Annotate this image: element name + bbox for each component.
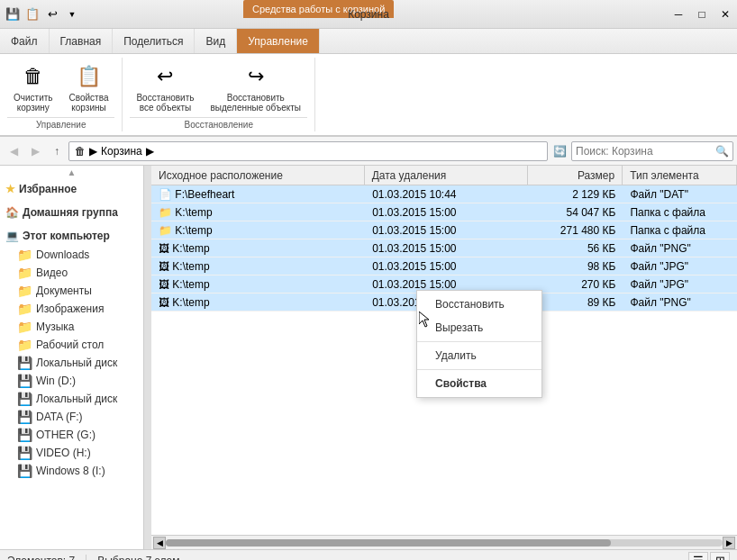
sidebar-section-favorites[interactable]: ★ Избранное	[0, 179, 143, 199]
path-icon: 🗑	[75, 145, 86, 158]
cell-type-6: Файл "PNG"	[623, 295, 737, 310]
ribbon-btn-clear-trash[interactable]: 🗑 Очиститькорзину	[7, 58, 59, 117]
sidebar-item-desktop[interactable]: 📁 Рабочий стол	[0, 336, 143, 354]
sidebar-item-images-label: Изображения	[36, 303, 104, 315]
scrollbar-thumb	[166, 539, 611, 546]
scrollbar-track	[166, 539, 723, 546]
scrollbar-horizontal[interactable]: ◀ ▶	[151, 535, 737, 549]
table-row[interactable]: 📁 K:\temp 01.03.2015 15:00 54 047 КБ Пап…	[151, 203, 737, 221]
context-menu-cut[interactable]: Вырезать	[417, 316, 541, 339]
resize-handle[interactable]	[144, 166, 151, 549]
local-e-icon: 💾	[16, 392, 32, 406]
sidebar-item-images[interactable]: 📁 Изображения	[0, 300, 143, 318]
view-icons-btn[interactable]: ⊞	[710, 552, 730, 561]
ribbon-btn-properties[interactable]: 📋 Свойствакорзины	[63, 58, 115, 117]
minimize-button[interactable]: ─	[667, 2, 690, 27]
col-header-size[interactable]: Размер	[528, 166, 623, 185]
sidebar-item-win8-i[interactable]: 💾 Windows 8 (I:)	[0, 462, 143, 480]
file-icon-4: 🖼	[159, 260, 169, 273]
context-menu-properties[interactable]: Свойства	[417, 372, 541, 395]
sidebar-item-music[interactable]: 📁 Музыка	[0, 318, 143, 336]
sidebar-item-data-f[interactable]: 💾 DATA (F:)	[0, 408, 143, 426]
restore-selected-label: Восстановитьвыделенные объекты	[211, 93, 302, 113]
tab-management[interactable]: Управление	[237, 29, 320, 53]
cell-location-4: 🖼 K:\temp	[151, 259, 365, 274]
sidebar-item-win-d[interactable]: 💾 Win (D:)	[0, 372, 143, 390]
ribbon-content: 🗑 Очиститькорзину 📋 Свойствакорзины Упра…	[0, 54, 737, 136]
sidebar-item-downloads[interactable]: 📁 Downloads	[0, 246, 143, 264]
qat-undo[interactable]: ↩	[43, 5, 61, 23]
cell-size-2: 271 480 КБ	[529, 223, 623, 238]
sidebar-item-win8-i-label: Windows 8 (I:)	[36, 465, 105, 477]
sidebar: ▲ ★ Избранное 🏠 Домашняя группа 💻 Этот к…	[0, 166, 144, 549]
col-header-type[interactable]: Тип элемента	[623, 166, 737, 185]
path-separator: ▶	[89, 145, 97, 158]
favorites-icon: ★	[5, 183, 15, 195]
search-icon: 🔍	[715, 145, 729, 158]
path-end-arrow: ▶	[146, 145, 154, 158]
cell-type-2: Папка с файла	[623, 223, 737, 238]
view-details-btn[interactable]: ☰	[688, 552, 708, 561]
table-row[interactable]: 📄 F:\Beefheart 01.03.2015 10:44 2 129 КБ…	[151, 185, 737, 203]
ribbon-btn-restore-selected[interactable]: ↪ Восстановитьвыделенные объекты	[205, 58, 308, 117]
sidebar-item-local-e[interactable]: 💾 Локальный диск	[0, 390, 143, 408]
file-list-area: Исходное расположение Дата удаления Разм…	[144, 166, 737, 549]
search-box: 🔍	[571, 141, 733, 161]
col-header-date[interactable]: Дата удаления	[365, 166, 529, 185]
tab-file[interactable]: Файл	[0, 29, 50, 53]
ribbon-group-management: 🗑 Очиститькорзину 📋 Свойствакорзины Упра…	[0, 58, 123, 131]
context-menu-divider	[417, 341, 541, 342]
cell-location-2: 📁 K:\temp	[151, 223, 365, 238]
sidebar-item-documents-label: Документы	[36, 285, 92, 297]
sidebar-item-other-g[interactable]: 💾 OTHER (G:)	[0, 426, 143, 444]
properties-label: Свойствакорзины	[69, 93, 109, 113]
forward-button[interactable]: ▶	[25, 141, 45, 161]
status-separator	[86, 555, 86, 561]
tab-share[interactable]: Поделиться	[113, 29, 195, 53]
sidebar-item-local-c[interactable]: 💾 Локальный диск	[0, 354, 143, 372]
sidebar-item-desktop-label: Рабочий стол	[36, 339, 104, 351]
qat-dropdown[interactable]: ▼	[63, 5, 81, 23]
sidebar-item-video[interactable]: 📁 Видео	[0, 264, 143, 282]
sidebar-item-documents[interactable]: 📁 Документы	[0, 282, 143, 300]
col-header-location[interactable]: Исходное расположение	[151, 166, 365, 185]
close-button[interactable]: ✕	[714, 2, 737, 27]
up-button[interactable]: ↑	[47, 141, 67, 161]
status-item-count: Элементов: 7	[7, 555, 75, 561]
context-menu-delete[interactable]: Удалить	[417, 344, 541, 367]
sidebar-section-thispc[interactable]: 💻 Этот компьютер	[0, 226, 143, 246]
address-path[interactable]: 🗑 ▶ Корзина ▶	[68, 141, 548, 161]
qat-copy[interactable]: 📋	[23, 5, 41, 23]
sidebar-item-video-h[interactable]: 💾 VIDEO (H:)	[0, 444, 143, 462]
scroll-right-btn[interactable]: ▶	[723, 537, 735, 549]
scroll-left-btn[interactable]: ◀	[153, 537, 166, 549]
window-controls: ─ □ ✕	[667, 2, 737, 27]
context-menu-restore[interactable]: Восстановить	[417, 293, 541, 316]
table-row[interactable]: 🖼 K:\temp 01.03.2015 15:00 56 КБ Файл "P…	[151, 239, 737, 257]
clear-trash-label: Очиститькорзину	[14, 93, 53, 113]
sidebar-item-win-d-label: Win (D:)	[36, 375, 76, 387]
back-button[interactable]: ◀	[4, 141, 23, 161]
refresh-button[interactable]: 🔄	[550, 141, 569, 161]
ribbon-group-management-label: Управление	[7, 117, 114, 131]
cell-location-1: 📁 K:\temp	[151, 205, 365, 220]
ribbon-btn-restore-all[interactable]: ↩ Восстановитьвсе объекты	[130, 58, 200, 117]
window-title: Корзина	[348, 8, 389, 21]
file-icon-2: 📁	[159, 224, 172, 237]
sidebar-section-homegroup[interactable]: 🏠 Домашняя группа	[0, 203, 143, 222]
cell-type-4: Файл "JPG"	[623, 259, 737, 274]
cell-size-5: 270 КБ	[529, 277, 623, 292]
table-row[interactable]: 🖼 K:\temp 01.03.2015 15:00 98 КБ Файл "J…	[151, 257, 737, 275]
maximize-button[interactable]: □	[690, 2, 714, 27]
cell-date-3: 01.03.2015 15:00	[365, 241, 529, 256]
tab-view[interactable]: Вид	[195, 29, 237, 53]
restore-all-icon: ↩	[150, 62, 179, 91]
thispc-icon: 💻	[5, 230, 19, 242]
search-input[interactable]	[576, 145, 715, 158]
ribbon-group-restore-label: Восстановление	[130, 117, 307, 131]
music-icon: 📁	[16, 320, 32, 334]
table-row[interactable]: 📁 K:\temp 01.03.2015 15:00 271 480 КБ Па…	[151, 221, 737, 239]
tab-home[interactable]: Главная	[50, 29, 114, 53]
cell-size-0: 2 129 КБ	[529, 187, 623, 202]
qat-save[interactable]: 💾	[4, 5, 22, 23]
